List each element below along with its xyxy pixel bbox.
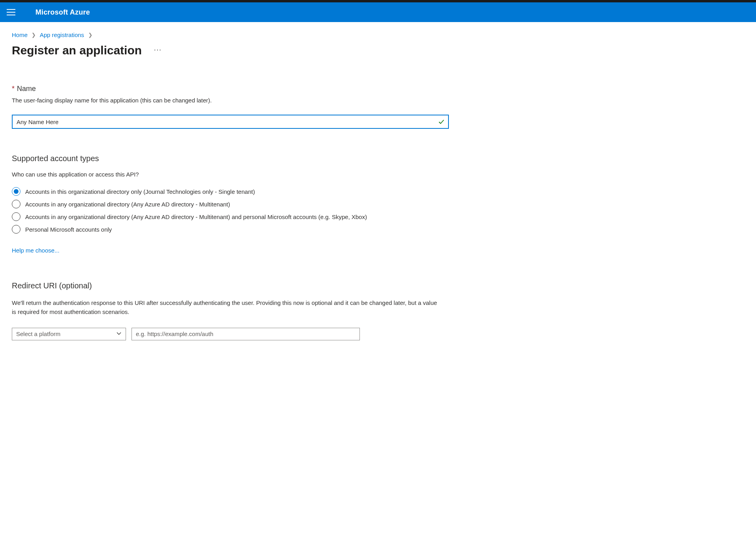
redirect-heading: Redirect URI (optional) bbox=[12, 281, 449, 290]
chevron-right-icon: ❯ bbox=[88, 32, 93, 38]
platform-select-value: Select a platform bbox=[16, 331, 61, 337]
breadcrumb-home[interactable]: Home bbox=[12, 32, 28, 38]
account-types-radio-group: Accounts in this organizational director… bbox=[12, 187, 449, 234]
name-input[interactable] bbox=[12, 115, 449, 129]
name-field-label: *Name bbox=[12, 85, 449, 93]
more-actions-icon[interactable]: ⋯ bbox=[154, 46, 162, 55]
radio-icon bbox=[12, 225, 20, 234]
checkmark-icon bbox=[438, 118, 445, 125]
redirect-description: We'll return the authentication response… bbox=[12, 298, 437, 317]
chevron-down-icon bbox=[116, 331, 122, 337]
account-types-heading: Supported account types bbox=[12, 154, 449, 163]
radio-single-tenant[interactable]: Accounts in this organizational director… bbox=[12, 187, 449, 196]
account-types-sub: Who can use this application or access t… bbox=[12, 171, 449, 178]
required-asterisk: * bbox=[12, 85, 15, 93]
radio-icon bbox=[12, 200, 20, 208]
help-me-choose-link[interactable]: Help me choose... bbox=[12, 247, 59, 254]
radio-personal-only[interactable]: Personal Microsoft accounts only bbox=[12, 225, 449, 234]
radio-icon bbox=[12, 212, 20, 221]
portal-header: Microsoft Azure bbox=[0, 2, 756, 22]
radio-label: Accounts in this organizational director… bbox=[25, 188, 255, 195]
radio-label: Accounts in any organizational directory… bbox=[25, 214, 367, 220]
breadcrumb: Home ❯ App registrations ❯ bbox=[12, 32, 744, 38]
radio-multitenant[interactable]: Accounts in any organizational directory… bbox=[12, 200, 449, 208]
name-field-description: The user-facing display name for this ap… bbox=[12, 97, 449, 104]
radio-icon bbox=[12, 187, 20, 196]
platform-select[interactable]: Select a platform bbox=[12, 328, 126, 340]
breadcrumb-app-registrations[interactable]: App registrations bbox=[40, 32, 84, 38]
page-title: Register an application bbox=[12, 44, 142, 57]
radio-label: Personal Microsoft accounts only bbox=[25, 226, 112, 233]
chevron-right-icon: ❯ bbox=[32, 32, 36, 38]
hamburger-menu-icon[interactable] bbox=[7, 9, 15, 15]
radio-label: Accounts in any organizational directory… bbox=[25, 201, 230, 208]
radio-multitenant-personal[interactable]: Accounts in any organizational directory… bbox=[12, 212, 449, 221]
brand-title[interactable]: Microsoft Azure bbox=[22, 8, 90, 17]
redirect-uri-input[interactable] bbox=[132, 328, 360, 340]
